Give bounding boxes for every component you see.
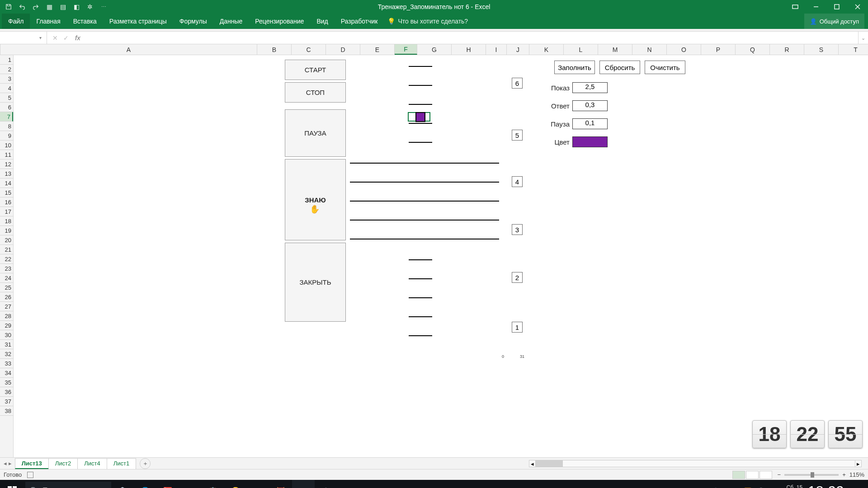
tab-layout[interactable]: Разметка страницы (103, 14, 173, 29)
row-header-12[interactable]: 12 (0, 160, 13, 169)
add-sheet-icon[interactable]: ＋ (140, 458, 151, 469)
tab-file[interactable]: Файл (2, 14, 30, 29)
accept-formula-icon[interactable]: ✓ (61, 34, 71, 42)
stop-button[interactable]: СТОП (285, 82, 346, 103)
row-header-25[interactable]: 25 (0, 283, 13, 292)
row-header-5[interactable]: 5 (0, 93, 13, 103)
sheet-nav[interactable]: ◂ ▸ (0, 460, 15, 467)
start-button-win[interactable] (0, 480, 24, 488)
row-header-9[interactable]: 9 (0, 131, 13, 141)
taskbar-excel-icon[interactable]: x≡ (292, 480, 315, 488)
zoom-slider[interactable] (784, 474, 839, 476)
row-header-11[interactable]: 11 (0, 150, 13, 160)
row-header-26[interactable]: 26 (0, 292, 13, 302)
row-header-29[interactable]: 29 (0, 321, 13, 330)
col-header-O[interactable]: O (667, 44, 701, 55)
col-header-N[interactable]: N (632, 44, 667, 55)
col-header-G[interactable]: G (417, 44, 452, 55)
row-header-18[interactable]: 18 (0, 216, 13, 226)
sheet-tab-Лист4[interactable]: Лист4 (77, 458, 107, 469)
col-header-F[interactable]: F (395, 44, 417, 55)
col-header-E[interactable]: E (360, 44, 395, 55)
fx-icon[interactable]: fx (75, 34, 80, 42)
undo-icon[interactable] (17, 2, 27, 12)
row-header-19[interactable]: 19 (0, 226, 13, 235)
tray-date[interactable]: Сб, 15 МАРТ (787, 485, 803, 488)
taskbar-edge-icon[interactable]: 🌐 (134, 480, 156, 488)
color-swatch[interactable] (572, 136, 608, 147)
taskbar-search[interactable]: 🔍 Поиск (25, 482, 111, 488)
row-header-27[interactable]: 27 (0, 302, 13, 311)
view-page-break-icon[interactable] (760, 471, 772, 479)
redo-icon[interactable] (31, 2, 41, 12)
tab-insert[interactable]: Вставка (67, 14, 103, 29)
share-button[interactable]: 👤 Общий доступ (804, 14, 864, 29)
col-header-Q[interactable]: Q (736, 44, 770, 55)
col-header-I[interactable]: I (486, 44, 507, 55)
show-input[interactable]: 2,5 (572, 82, 608, 93)
row-header-15[interactable]: 15 (0, 188, 13, 197)
sheet-tab-Лист2[interactable]: Лист2 (48, 458, 78, 469)
reset-button[interactable]: Сбросить (599, 61, 640, 74)
col-header-B[interactable]: B (257, 44, 292, 55)
qat-item-4-icon[interactable]: ✲ (85, 2, 95, 12)
col-header-T[interactable]: T (839, 44, 868, 55)
row-header-32[interactable]: 32 (0, 349, 13, 359)
row-header-14[interactable]: 14 (0, 178, 13, 188)
tab-view[interactable]: Вид (310, 14, 334, 29)
taskbar-app-1-icon[interactable]: 🏛️ (111, 480, 134, 488)
row-header-31[interactable]: 31 (0, 340, 13, 349)
tab-data[interactable]: Данные (213, 14, 249, 29)
tab-formulas[interactable]: Формулы (173, 14, 213, 29)
cancel-formula-icon[interactable]: ✕ (51, 34, 60, 42)
qat-item-2-icon[interactable]: ▤ (58, 2, 68, 12)
taskbar-chrome-icon[interactable]: 🟡 (224, 480, 247, 488)
row-header-1[interactable]: 1 (0, 55, 13, 65)
taskbar-yandex-icon[interactable]: 🟥 (156, 480, 179, 488)
row-header-10[interactable]: 10 (0, 141, 13, 150)
horizontal-scrollbar[interactable]: ◂ ▸ (529, 460, 862, 467)
row-header-3[interactable]: 3 (0, 74, 13, 84)
col-header-D[interactable]: D (326, 44, 360, 55)
col-header-K[interactable]: K (529, 44, 564, 55)
row-header-35[interactable]: 35 (0, 378, 13, 387)
minimize-icon[interactable] (806, 0, 826, 14)
row-header-33[interactable]: 33 (0, 359, 13, 368)
formula-input[interactable] (83, 33, 858, 43)
taskbar-notes-icon[interactable]: 📋 (202, 480, 224, 488)
name-box[interactable]: ▾ (0, 32, 47, 44)
row-header-16[interactable]: 16 (0, 197, 13, 207)
row-header-38[interactable]: 38 (0, 406, 13, 416)
col-header-M[interactable]: M (598, 44, 632, 55)
row-header-36[interactable]: 36 (0, 387, 13, 397)
tell-me[interactable]: 💡 Что вы хотите сделать? (387, 14, 468, 29)
ribbon-display-icon[interactable] (785, 0, 806, 14)
sheet-tab-Лист13[interactable]: Лист13 (15, 458, 49, 469)
col-header-L[interactable]: L (564, 44, 598, 55)
qat-item-3-icon[interactable]: ◧ (71, 2, 81, 12)
macro-record-icon[interactable] (27, 472, 33, 478)
tab-home[interactable]: Главная (30, 14, 66, 29)
close-button[interactable]: ЗАКРЫТЬ (285, 243, 346, 322)
col-header-S[interactable]: S (804, 44, 839, 55)
row-header-23[interactable]: 23 (0, 264, 13, 273)
answer-input[interactable]: 0,3 (572, 100, 608, 111)
zoom-in-icon[interactable]: + (842, 471, 846, 478)
pause-input[interactable]: 0,1 (572, 118, 608, 129)
close-icon[interactable] (847, 0, 868, 14)
clear-button[interactable]: Очистить (645, 61, 685, 74)
name-box-dropdown-icon[interactable]: ▾ (36, 33, 44, 43)
taskbar-explorer-icon[interactable]: 📁 (247, 480, 269, 488)
qat-customize-icon[interactable]: ⋯ (99, 2, 108, 12)
col-header-A[interactable]: A (0, 44, 257, 55)
tab-review[interactable]: Рецензирование (249, 14, 310, 29)
cells-canvas[interactable]: СТАРТ СТОП ПАУЗА ЗНАЮ ЗАКРЫТЬ Заполнить … (14, 55, 868, 457)
taskbar-app-2-icon[interactable]: ⬤ (315, 480, 337, 488)
name-box-input[interactable] (0, 33, 36, 43)
col-header-P[interactable]: P (701, 44, 736, 55)
row-header-28[interactable]: 28 (0, 311, 13, 321)
row-header-34[interactable]: 34 (0, 368, 13, 378)
row-header-22[interactable]: 22 (0, 254, 13, 264)
zoom-out-icon[interactable]: − (778, 471, 781, 478)
row-header-2[interactable]: 2 (0, 65, 13, 74)
